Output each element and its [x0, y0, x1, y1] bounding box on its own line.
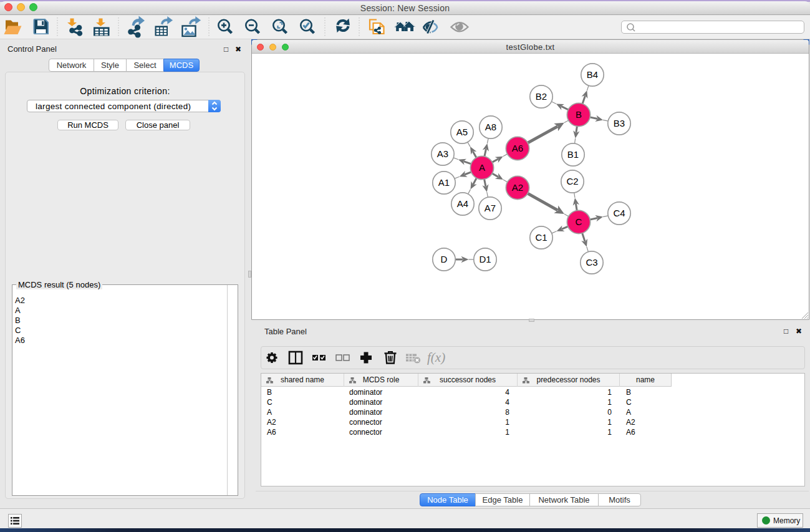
svg-text:B4: B4 — [587, 69, 598, 80]
svg-text:A6: A6 — [512, 143, 523, 153]
svg-text:A7: A7 — [485, 203, 496, 213]
svg-text:D1: D1 — [479, 254, 491, 264]
svg-text:C4: C4 — [613, 208, 625, 218]
svg-text:B2: B2 — [536, 91, 547, 102]
svg-text:f(x): f(x) — [427, 350, 445, 365]
svg-text:A3: A3 — [437, 148, 448, 159]
svg-text:C1: C1 — [535, 232, 547, 243]
svg-text:A5: A5 — [456, 127, 468, 137]
svg-text:A: A — [479, 162, 485, 173]
svg-text:A1: A1 — [438, 177, 450, 188]
svg-text:C: C — [576, 216, 582, 227]
svg-text:C3: C3 — [586, 257, 597, 268]
svg-text:A2: A2 — [512, 182, 523, 193]
svg-text:A8: A8 — [485, 122, 496, 132]
svg-text:B3: B3 — [614, 118, 625, 128]
svg-text:B: B — [576, 109, 582, 120]
svg-text:B1: B1 — [567, 149, 579, 160]
svg-text:D: D — [441, 254, 448, 264]
svg-text:A4: A4 — [457, 198, 468, 209]
svg-text:C2: C2 — [566, 176, 578, 186]
